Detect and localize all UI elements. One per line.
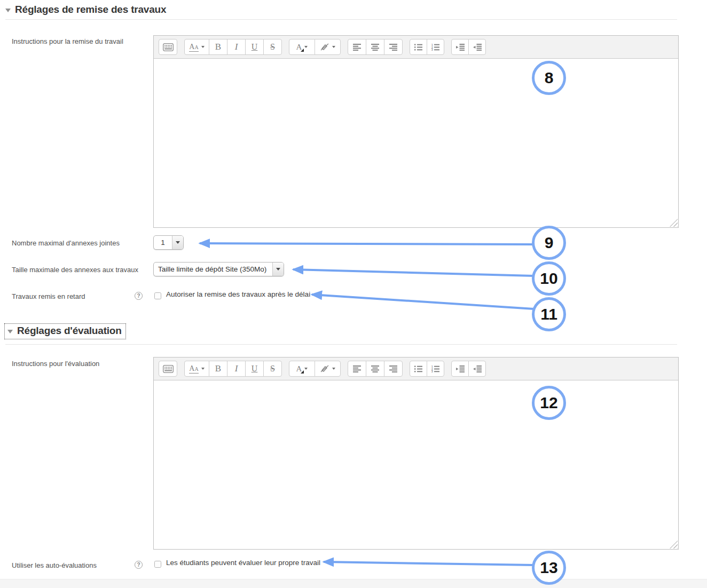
- toggle-toolbar-button[interactable]: [159, 361, 177, 377]
- self-assessment-label: Utiliser les auto-évaluations: [12, 561, 97, 569]
- annotation-circle-13: 13: [532, 551, 566, 585]
- align-right-button[interactable]: [384, 39, 403, 55]
- strikethrough-button[interactable]: S: [263, 361, 282, 377]
- bullet-list-button[interactable]: [410, 39, 427, 55]
- text-color-icon: A: [296, 365, 302, 373]
- font-family-button[interactable]: AA: [184, 361, 209, 377]
- align-center-button[interactable]: [366, 361, 384, 377]
- max-attachments-label: Nombre maximal d'annexes jointes: [12, 239, 120, 247]
- help-icon[interactable]: ?: [135, 292, 143, 300]
- toggle-toolbar-icon: [163, 365, 174, 373]
- align-right-icon: [389, 44, 398, 51]
- section-header-submission[interactable]: Réglages de remise des travaux: [5, 4, 166, 15]
- toggle-toolbar-button[interactable]: [159, 39, 177, 55]
- annotation-circle-10: 10: [532, 261, 566, 296]
- chevron-down-icon: [304, 46, 308, 48]
- section-divider: [5, 19, 677, 20]
- underline-button[interactable]: U: [245, 39, 264, 55]
- bold-button[interactable]: B: [209, 39, 227, 55]
- section-title: Réglages de remise des travaux: [15, 4, 166, 15]
- align-right-button[interactable]: [384, 361, 403, 377]
- italic-button[interactable]: I: [227, 361, 246, 377]
- align-center-icon: [371, 44, 380, 51]
- submission-instructions-textarea[interactable]: [154, 59, 678, 227]
- chevron-down-icon: [201, 46, 205, 48]
- annotation-circle-11: 11: [532, 297, 566, 331]
- section-title: Réglages d'évaluation: [17, 325, 122, 337]
- outdent-button[interactable]: [468, 361, 486, 377]
- annotation-arrow-10: [293, 269, 533, 276]
- indent-button[interactable]: [451, 361, 469, 377]
- annotation-arrow-13: [324, 562, 533, 565]
- toggle-toolbar-icon: [163, 43, 174, 51]
- align-center-icon: [371, 365, 380, 372]
- late-submissions-checkbox[interactable]: [154, 292, 161, 299]
- annotation-number: 10: [540, 269, 557, 288]
- late-submissions-checkbox-label: Autoriser la remise des travaux après le…: [166, 290, 310, 298]
- bold-button[interactable]: B: [209, 361, 227, 377]
- font-family-icon: AA: [189, 364, 198, 374]
- align-left-button[interactable]: [348, 361, 366, 377]
- select-value: 1: [154, 236, 172, 249]
- annotation-number: 9: [545, 234, 554, 252]
- annotation-number: 11: [540, 305, 557, 323]
- collapse-toggle-icon: [5, 9, 11, 12]
- max-size-select[interactable]: Taille limite de dépôt Site (350Mo): [153, 262, 284, 276]
- indent-button[interactable]: [451, 39, 469, 55]
- text-color-button[interactable]: A: [289, 39, 315, 55]
- resize-handle-icon[interactable]: [670, 541, 678, 549]
- numbered-list-button[interactable]: 1 2 3: [427, 39, 444, 55]
- chevron-down-icon: [304, 368, 308, 370]
- self-assessment-checkbox[interactable]: [154, 561, 161, 568]
- highlight-color-button[interactable]: [315, 39, 341, 55]
- late-submissions-label: Travaux remis en retard: [12, 292, 85, 300]
- align-left-button[interactable]: [348, 39, 366, 55]
- align-left-icon: [353, 365, 362, 372]
- max-size-label: Taille maximale des annexes aux travaux: [12, 266, 138, 274]
- indent-icon: [456, 365, 465, 372]
- outdent-icon: [473, 365, 482, 372]
- annotation-number: 13: [540, 559, 557, 577]
- collapse-toggle-icon: [7, 330, 13, 333]
- font-family-icon: AA: [189, 42, 198, 52]
- italic-button[interactable]: I: [227, 39, 246, 55]
- section-divider: [5, 344, 677, 345]
- align-center-button[interactable]: [366, 39, 384, 55]
- instructions-assessment-label: Instructions pour l'évaluation: [12, 360, 99, 368]
- indent-icon: [456, 44, 465, 51]
- instructions-submission-label: Instructions pour la remise du travail: [12, 37, 123, 45]
- text-color-icon: A: [296, 43, 302, 51]
- help-icon[interactable]: ?: [135, 561, 143, 569]
- resize-handle-icon[interactable]: [670, 219, 678, 227]
- annotation-number: 8: [545, 69, 554, 87]
- annotation-circle-8: 8: [532, 61, 566, 95]
- max-attachments-select[interactable]: 1: [153, 235, 184, 250]
- svg-text:3: 3: [431, 49, 433, 51]
- annotation-number: 12: [540, 394, 557, 412]
- outdent-icon: [473, 44, 482, 51]
- assessment-instructions-textarea[interactable]: [154, 380, 678, 549]
- bullet-list-icon: [414, 44, 422, 51]
- editor-toolbar: AA B I U S A: [154, 36, 678, 59]
- numbered-list-button[interactable]: 1 2 3: [427, 361, 444, 377]
- outdent-button[interactable]: [468, 39, 486, 55]
- submission-instructions-editor: AA B I U S A: [153, 35, 679, 228]
- editor-toolbar: AA B I U S A: [154, 357, 678, 380]
- chevron-down-icon: [332, 368, 335, 370]
- highlight-color-button[interactable]: [315, 361, 341, 377]
- underline-button[interactable]: U: [245, 361, 264, 377]
- annotation-arrow-9: [200, 243, 533, 244]
- select-arrow-icon: [272, 263, 284, 276]
- font-family-button[interactable]: AA: [184, 39, 209, 55]
- strikethrough-button[interactable]: S: [263, 39, 282, 55]
- bullet-list-button[interactable]: [410, 361, 427, 377]
- align-right-icon: [389, 365, 398, 372]
- text-color-button[interactable]: A: [289, 361, 315, 377]
- numbered-list-icon: 1 2 3: [431, 365, 439, 372]
- section-header-assessment[interactable]: Réglages d'évaluation: [4, 323, 126, 339]
- annotation-circle-9: 9: [532, 226, 566, 260]
- self-assessment-checkbox-label: Les étudiants peuvent évaluer leur propr…: [166, 559, 320, 567]
- bullet-list-icon: [414, 365, 422, 372]
- svg-text:3: 3: [431, 370, 433, 372]
- select-arrow-icon: [172, 236, 183, 249]
